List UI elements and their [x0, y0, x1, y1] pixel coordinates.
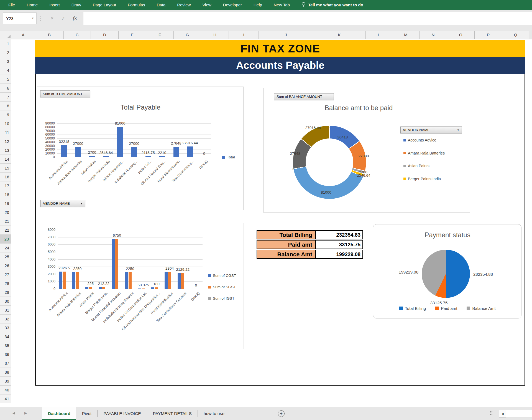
row-header-15[interactable]: 15 [0, 164, 11, 173]
menu-item-review[interactable]: Review [177, 2, 191, 7]
menu-item-help[interactable]: Help [254, 2, 262, 7]
row-header-3[interactable]: 3 [0, 57, 11, 66]
column-header-M[interactable]: M [392, 31, 420, 39]
name-box[interactable]: Y23 ▼ [3, 12, 37, 24]
row-header-10[interactable]: 10 [0, 119, 11, 128]
row-header-34[interactable]: 34 [0, 332, 11, 341]
tabbar-resize-handle[interactable] [490, 411, 492, 415]
menu-item-formulas[interactable]: Formulas [128, 2, 145, 7]
enter-icon[interactable]: ✓ [58, 12, 68, 24]
row-header-27[interactable]: 27 [0, 270, 11, 279]
menu-item-insert[interactable]: Insert [49, 2, 60, 7]
row-header-11[interactable]: 11 [0, 128, 11, 137]
menu-item-new-tab[interactable]: New Tab [274, 2, 290, 7]
row-header-8[interactable]: 8 [0, 102, 11, 110]
column-header-C[interactable]: C [64, 31, 91, 39]
gst-chart[interactable]: 0100020003000400050006000700080002326.5A… [37, 223, 244, 349]
new-sheet-button[interactable]: + [278, 410, 285, 417]
row-header-16[interactable]: 16 [0, 173, 11, 181]
menu-item-file[interactable]: File [8, 2, 15, 7]
row-header-36[interactable]: 36 [0, 350, 11, 359]
column-header-A[interactable]: A [11, 31, 35, 39]
row-header-28[interactable]: 28 [0, 279, 11, 288]
row-header-31[interactable]: 31 [0, 306, 11, 315]
summary-label-cell[interactable]: Balance Amt [257, 250, 315, 259]
row-header-13[interactable]: 13 [0, 146, 11, 155]
menu-item-home[interactable]: Home [27, 2, 38, 7]
row-header-12[interactable]: 12 [0, 137, 11, 146]
row-header-1[interactable]: 1 [0, 39, 11, 48]
column-header-J[interactable]: J [259, 31, 313, 39]
tell-me[interactable]: Tell me what you want to do [301, 2, 363, 8]
row-header-4[interactable]: 4 [0, 66, 11, 75]
row-header-24[interactable]: 24 [0, 244, 11, 252]
column-header-D[interactable]: D [91, 31, 119, 39]
row-header-39[interactable]: 39 [0, 377, 11, 386]
column-header-L[interactable]: L [366, 31, 392, 39]
row-header-21[interactable]: 21 [0, 217, 11, 226]
column-header-K[interactable]: K [313, 31, 366, 39]
row-header-19[interactable]: 19 [0, 199, 11, 208]
row-header-38[interactable]: 38 [0, 368, 11, 377]
formula-input[interactable] [83, 12, 532, 25]
summary-value-cell[interactable]: 232354.83 [315, 230, 363, 239]
select-all-corner[interactable] [0, 31, 11, 39]
balance-donut-chart[interactable]: Sum of BALANCE AMOUNTBalance amt to be p… [263, 88, 470, 212]
row-header-41[interactable]: 41 [0, 394, 11, 403]
row-header-9[interactable]: 9 [0, 110, 11, 119]
sheet-nav-forward-icon[interactable]: ▶ [24, 411, 27, 415]
row-header-37[interactable]: 37 [0, 359, 11, 368]
row-header-25[interactable]: 25 [0, 252, 11, 261]
column-header-P[interactable]: P [475, 31, 502, 39]
column-header-G[interactable]: G [174, 31, 201, 39]
menu-item-view[interactable]: View [202, 2, 211, 7]
column-header-H[interactable]: H [201, 31, 229, 39]
column-header-I[interactable]: I [229, 31, 259, 39]
row-header-7[interactable]: 7 [0, 93, 11, 102]
row-header-20[interactable]: 20 [0, 208, 11, 217]
menu-item-data[interactable]: Data [157, 2, 165, 7]
row-header-23[interactable]: 23 [0, 235, 11, 244]
row-header-35[interactable]: 35 [0, 341, 11, 350]
column-header-N[interactable]: N [420, 31, 447, 39]
summary-label-cell[interactable]: Paid amt [257, 240, 315, 249]
row-header-5[interactable]: 5 [0, 75, 11, 84]
cancel-icon[interactable]: × [47, 12, 57, 24]
balance-donut-chart-field-button[interactable]: Sum of BALANCE AMOUNT [274, 93, 334, 100]
menu-item-page-layout[interactable]: Page Layout [93, 2, 116, 7]
total-payable-chart-axis-field-button[interactable]: VENDOR NAME▼ [40, 200, 85, 207]
balance-donut-chart-legend-field-button[interactable]: VENDOR NAME▼ [400, 126, 462, 133]
row-header-17[interactable]: 17 [0, 181, 11, 190]
row-header-2[interactable]: 2 [0, 48, 11, 57]
row-header-32[interactable]: 32 [0, 315, 11, 323]
insert-function-icon[interactable]: fx [70, 12, 80, 24]
summary-value-cell[interactable]: 199229.08 [315, 250, 363, 259]
formula-bar-handle[interactable] [40, 16, 41, 21]
column-header-Q[interactable]: Q [502, 31, 529, 39]
summary-label-cell[interactable]: Total Billing [257, 230, 315, 239]
hscroll-left-icon[interactable]: ◀ [499, 410, 506, 418]
row-header-33[interactable]: 33 [0, 323, 11, 332]
column-header-E[interactable]: E [119, 31, 146, 39]
row-header-29[interactable]: 29 [0, 288, 11, 297]
row-header-26[interactable]: 26 [0, 261, 11, 270]
total-payable-chart-field-button[interactable]: Sum of TOTAL AMOUNT [40, 90, 90, 97]
row-header-18[interactable]: 18 [0, 190, 11, 199]
row-header-6[interactable]: 6 [0, 84, 11, 93]
horizontal-scrollbar[interactable] [506, 410, 532, 418]
row-header-22[interactable]: 22 [0, 226, 11, 235]
column-header-F[interactable]: F [146, 31, 174, 39]
payment-status-chart[interactable]: Payment status232354.8333125.75199229.08… [373, 224, 521, 318]
column-header-B[interactable]: B [35, 31, 64, 39]
menu-item-draw[interactable]: Draw [71, 2, 81, 7]
total-payable-chart[interactable]: Sum of TOTAL AMOUNTTotal Payable01000020… [37, 87, 244, 210]
row-header-14[interactable]: 14 [0, 155, 11, 164]
sheet-tab-payable-invoice[interactable]: PAYABLE INVOICE [98, 407, 147, 420]
summary-value-cell[interactable]: 33125.75 [315, 240, 363, 249]
column-header-O[interactable]: O [447, 31, 475, 39]
row-header-30[interactable]: 30 [0, 297, 11, 306]
menu-item-developer[interactable]: Developer [223, 2, 242, 7]
sheet-tab-how-to-use[interactable]: how to use [198, 407, 230, 420]
sheet-nav-back-icon[interactable]: ◀ [12, 411, 15, 415]
sheet-tab-payment-details[interactable]: PAYMENT DETAILS [147, 407, 198, 420]
